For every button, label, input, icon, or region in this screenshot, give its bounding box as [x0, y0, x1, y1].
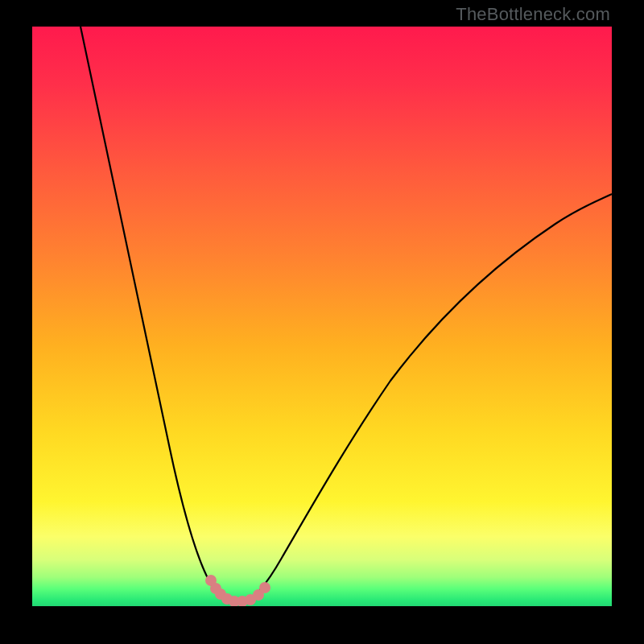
bottleneck-curve — [80, 27, 612, 604]
svg-point-8 — [259, 582, 270, 593]
watermark-label: TheBottleneck.com — [456, 4, 610, 25]
valley-dots — [205, 575, 270, 606]
plot-area — [32, 27, 612, 606]
chart-frame: TheBottleneck.com — [0, 0, 644, 644]
curve-layer — [32, 27, 612, 606]
